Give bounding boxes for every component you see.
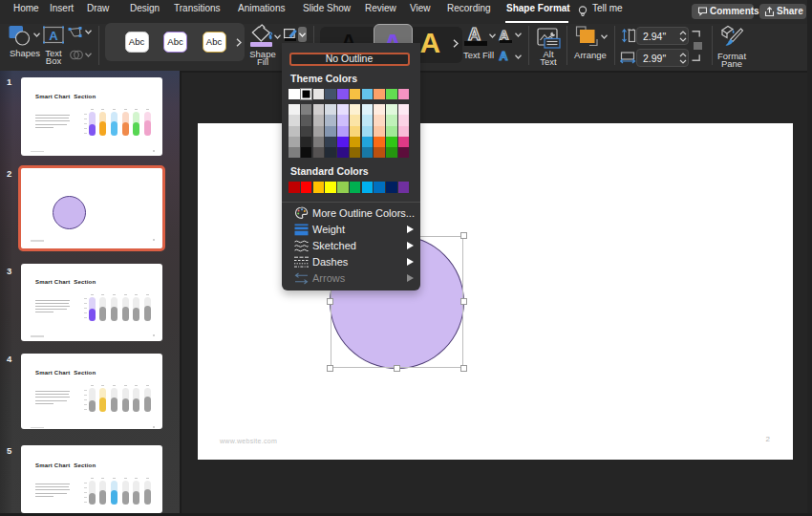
svg-text:A: A <box>49 29 58 43</box>
